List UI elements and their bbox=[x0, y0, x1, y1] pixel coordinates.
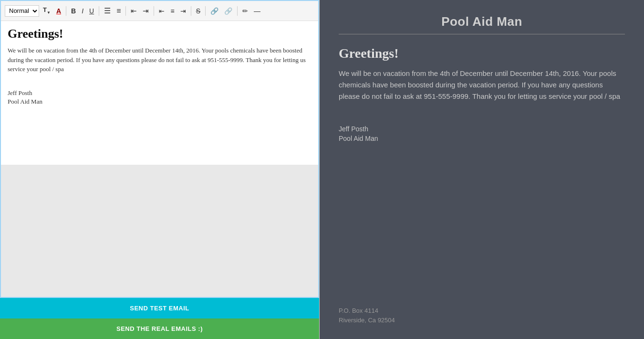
preview-body-text: We will be on vacation from the 4th of D… bbox=[339, 68, 625, 102]
font-size-button[interactable]: T▼ bbox=[41, 6, 52, 16]
editor-container: Normal T▼ A B I U ☰ ≡ ⇤ ⇥ ⇤ ≡ ⇥ S 🔗 🔗 bbox=[0, 0, 319, 298]
send-test-email-button[interactable]: SEND TEST EMAIL bbox=[0, 298, 319, 318]
ordered-list-button[interactable]: ☰ bbox=[102, 6, 113, 16]
preview-signature-name: Jeff Posth bbox=[339, 125, 625, 133]
editor-body-text: We will be on vacation from the 4th of D… bbox=[8, 46, 312, 74]
erase-button[interactable]: ✏ bbox=[240, 7, 250, 15]
preview-signature-company: Pool Aid Man bbox=[339, 135, 625, 142]
editor-signature-company: Pool Aid Man bbox=[8, 98, 312, 106]
font-color-button[interactable]: A bbox=[54, 7, 63, 15]
outdent-button[interactable]: ⇤ bbox=[129, 6, 139, 15]
divider-2 bbox=[99, 6, 99, 16]
preview-footer-line1: P.O. Box 4114 bbox=[339, 306, 395, 316]
left-panel: Normal T▼ A B I U ☰ ≡ ⇤ ⇥ ⇤ ≡ ⇥ S 🔗 🔗 bbox=[0, 0, 320, 339]
editor-empty-area bbox=[1, 165, 318, 297]
style-select[interactable]: Normal bbox=[5, 5, 39, 17]
align-left-button[interactable]: ⇤ bbox=[157, 7, 166, 15]
bold-button[interactable]: B bbox=[69, 7, 78, 15]
divider-6 bbox=[205, 6, 206, 16]
align-center-button[interactable]: ≡ bbox=[168, 7, 176, 15]
divider-5 bbox=[191, 6, 191, 16]
preview-footer-line2: Riverside, Ca 92504 bbox=[339, 316, 395, 325]
unlink-button[interactable]: 🔗 bbox=[222, 7, 234, 15]
toolbar: Normal T▼ A B I U ☰ ≡ ⇤ ⇥ ⇤ ≡ ⇥ S 🔗 🔗 bbox=[1, 1, 318, 21]
bottom-buttons: SEND TEST EMAIL SEND THE REAL EMAILS :) bbox=[0, 298, 319, 339]
unordered-list-button[interactable]: ≡ bbox=[114, 6, 123, 16]
horizontal-rule-button[interactable]: — bbox=[252, 7, 262, 15]
indent-button[interactable]: ⇥ bbox=[141, 6, 151, 15]
email-preview: Pool Aid Man Greetings! We will be on va… bbox=[320, 0, 644, 339]
editor-signature-name: Jeff Posth bbox=[8, 89, 312, 97]
divider-3 bbox=[125, 6, 126, 16]
preview-greeting: Greetings! bbox=[339, 46, 625, 61]
divider-7 bbox=[237, 6, 238, 16]
editor-greeting: Greetings! bbox=[8, 27, 312, 41]
preview-company-name: Pool Aid Man bbox=[339, 14, 625, 29]
preview-footer: P.O. Box 4114 Riverside, Ca 92504 bbox=[339, 306, 395, 325]
editor-content[interactable]: Greetings! We will be on vacation from t… bbox=[1, 21, 318, 165]
divider-1 bbox=[66, 6, 66, 16]
align-right-button[interactable]: ⇥ bbox=[178, 7, 188, 15]
send-real-email-button[interactable]: SEND THE REAL EMAILS :) bbox=[0, 318, 319, 339]
italic-button[interactable]: I bbox=[80, 7, 85, 15]
preview-divider bbox=[339, 34, 625, 34]
divider-4 bbox=[154, 6, 154, 16]
right-panel: Pool Aid Man Greetings! We will be on va… bbox=[320, 0, 644, 339]
underline-button[interactable]: U bbox=[87, 7, 96, 15]
strikethrough-button[interactable]: S bbox=[194, 7, 202, 15]
link-button[interactable]: 🔗 bbox=[208, 7, 220, 15]
